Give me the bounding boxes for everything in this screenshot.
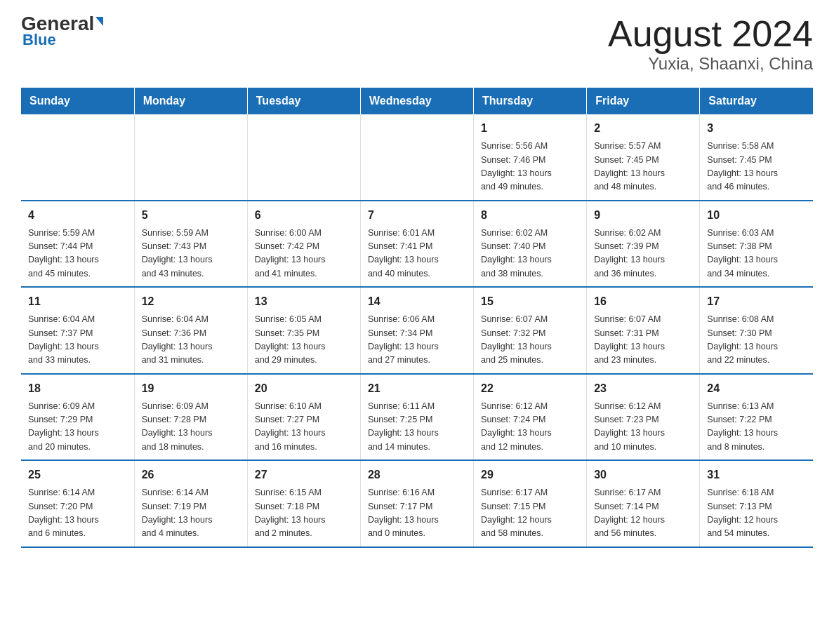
day-info: Sunrise: 6:05 AM Sunset: 7:35 PM Dayligh… — [255, 313, 353, 368]
calendar-cell: 14Sunrise: 6:06 AM Sunset: 7:34 PM Dayli… — [360, 287, 473, 374]
day-info: Sunrise: 6:02 AM Sunset: 7:40 PM Dayligh… — [481, 227, 579, 281]
day-info: Sunrise: 6:02 AM Sunset: 7:39 PM Dayligh… — [594, 227, 692, 281]
calendar-cell: 24Sunrise: 6:13 AM Sunset: 7:22 PM Dayli… — [700, 374, 813, 461]
col-monday: Monday — [134, 88, 247, 114]
calendar-week-3: 11Sunrise: 6:04 AM Sunset: 7:37 PM Dayli… — [21, 287, 813, 374]
calendar-cell: 4Sunrise: 5:59 AM Sunset: 7:44 PM Daylig… — [21, 201, 134, 288]
calendar-cell — [247, 114, 360, 201]
calendar-cell: 30Sunrise: 6:17 AM Sunset: 7:14 PM Dayli… — [587, 460, 700, 547]
day-number: 8 — [481, 207, 579, 224]
day-info: Sunrise: 6:08 AM Sunset: 7:30 PM Dayligh… — [707, 313, 806, 368]
calendar-cell: 6Sunrise: 6:00 AM Sunset: 7:42 PM Daylig… — [247, 201, 360, 288]
day-info: Sunrise: 6:04 AM Sunset: 7:37 PM Dayligh… — [28, 313, 127, 368]
day-number: 3 — [707, 120, 806, 137]
day-info: Sunrise: 5:58 AM Sunset: 7:45 PM Dayligh… — [707, 140, 806, 194]
day-number: 5 — [142, 207, 240, 224]
day-number: 28 — [368, 467, 466, 483]
day-number: 13 — [255, 293, 353, 310]
calendar-cell: 11Sunrise: 6:04 AM Sunset: 7:37 PM Dayli… — [21, 287, 134, 374]
calendar-cell: 8Sunrise: 6:02 AM Sunset: 7:40 PM Daylig… — [474, 201, 587, 288]
day-number: 1 — [481, 120, 579, 137]
calendar-cell: 27Sunrise: 6:15 AM Sunset: 7:18 PM Dayli… — [247, 460, 360, 547]
calendar-cell: 29Sunrise: 6:17 AM Sunset: 7:15 PM Dayli… — [474, 460, 587, 547]
day-info: Sunrise: 5:59 AM Sunset: 7:44 PM Dayligh… — [28, 227, 127, 281]
calendar-cell: 22Sunrise: 6:12 AM Sunset: 7:24 PM Dayli… — [474, 374, 587, 461]
day-number: 21 — [368, 380, 466, 397]
calendar-cell: 1Sunrise: 5:56 AM Sunset: 7:46 PM Daylig… — [474, 114, 587, 201]
calendar-cell: 21Sunrise: 6:11 AM Sunset: 7:25 PM Dayli… — [360, 374, 473, 461]
day-info: Sunrise: 6:01 AM Sunset: 7:41 PM Dayligh… — [368, 227, 466, 281]
day-number: 25 — [28, 467, 127, 483]
calendar-cell: 7Sunrise: 6:01 AM Sunset: 7:41 PM Daylig… — [360, 201, 473, 288]
col-tuesday: Tuesday — [247, 88, 360, 114]
day-number: 9 — [594, 207, 692, 224]
calendar-cell: 3Sunrise: 5:58 AM Sunset: 7:45 PM Daylig… — [700, 114, 813, 201]
day-number: 31 — [707, 467, 806, 483]
day-number: 18 — [28, 380, 127, 397]
calendar-cell: 9Sunrise: 6:02 AM Sunset: 7:39 PM Daylig… — [587, 201, 700, 288]
day-info: Sunrise: 6:15 AM Sunset: 7:18 PM Dayligh… — [255, 486, 353, 541]
calendar-cell: 15Sunrise: 6:07 AM Sunset: 7:32 PM Dayli… — [474, 287, 587, 374]
day-info: Sunrise: 6:18 AM Sunset: 7:13 PM Dayligh… — [707, 486, 806, 541]
calendar-cell: 12Sunrise: 6:04 AM Sunset: 7:36 PM Dayli… — [134, 287, 247, 374]
calendar-cell — [134, 114, 247, 201]
day-number: 12 — [142, 293, 240, 310]
col-sunday: Sunday — [21, 88, 134, 114]
day-number: 17 — [707, 293, 806, 310]
calendar-cell: 25Sunrise: 6:14 AM Sunset: 7:20 PM Dayli… — [21, 460, 134, 547]
calendar-cell: 18Sunrise: 6:09 AM Sunset: 7:29 PM Dayli… — [21, 374, 134, 461]
calendar-cell: 20Sunrise: 6:10 AM Sunset: 7:27 PM Dayli… — [247, 374, 360, 461]
day-number: 22 — [481, 380, 579, 397]
day-info: Sunrise: 6:06 AM Sunset: 7:34 PM Dayligh… — [368, 313, 466, 368]
calendar-week-1: 1Sunrise: 5:56 AM Sunset: 7:46 PM Daylig… — [21, 114, 813, 201]
day-info: Sunrise: 6:17 AM Sunset: 7:15 PM Dayligh… — [481, 486, 579, 541]
day-info: Sunrise: 5:59 AM Sunset: 7:43 PM Dayligh… — [142, 227, 240, 281]
calendar-week-2: 4Sunrise: 5:59 AM Sunset: 7:44 PM Daylig… — [21, 201, 813, 288]
page-header: General Blue August 2024 Yuxia, Shaanxi,… — [21, 14, 813, 74]
header-row: Sunday Monday Tuesday Wednesday Thursday… — [21, 88, 813, 114]
col-thursday: Thursday — [474, 88, 587, 114]
day-info: Sunrise: 6:10 AM Sunset: 7:27 PM Dayligh… — [255, 400, 353, 455]
day-info: Sunrise: 6:07 AM Sunset: 7:32 PM Dayligh… — [481, 313, 579, 368]
calendar-cell: 5Sunrise: 5:59 AM Sunset: 7:43 PM Daylig… — [134, 201, 247, 288]
col-friday: Friday — [587, 88, 700, 114]
day-number: 30 — [594, 467, 692, 483]
day-number: 20 — [255, 380, 353, 397]
location-title: Yuxia, Shaanxi, China — [608, 54, 813, 74]
day-info: Sunrise: 6:07 AM Sunset: 7:31 PM Dayligh… — [594, 313, 692, 368]
day-number: 7 — [368, 207, 466, 224]
logo-blue: Blue — [21, 31, 103, 49]
day-info: Sunrise: 6:17 AM Sunset: 7:14 PM Dayligh… — [594, 486, 692, 541]
calendar-cell: 28Sunrise: 6:16 AM Sunset: 7:17 PM Dayli… — [360, 460, 473, 547]
day-number: 27 — [255, 467, 353, 483]
day-info: Sunrise: 6:04 AM Sunset: 7:36 PM Dayligh… — [142, 313, 240, 368]
day-number: 24 — [707, 380, 806, 397]
day-number: 14 — [368, 293, 466, 310]
logo: General Blue — [21, 14, 103, 49]
day-number: 23 — [594, 380, 692, 397]
calendar-cell: 23Sunrise: 6:12 AM Sunset: 7:23 PM Dayli… — [587, 374, 700, 461]
day-number: 29 — [481, 467, 579, 483]
day-number: 2 — [594, 120, 692, 137]
month-title: August 2024 — [608, 14, 813, 54]
day-info: Sunrise: 6:03 AM Sunset: 7:38 PM Dayligh… — [707, 227, 806, 281]
day-number: 11 — [28, 293, 127, 310]
day-info: Sunrise: 6:12 AM Sunset: 7:24 PM Dayligh… — [481, 400, 579, 455]
day-info: Sunrise: 6:09 AM Sunset: 7:28 PM Dayligh… — [142, 400, 240, 455]
calendar-week-5: 25Sunrise: 6:14 AM Sunset: 7:20 PM Dayli… — [21, 460, 813, 547]
day-info: Sunrise: 6:12 AM Sunset: 7:23 PM Dayligh… — [594, 400, 692, 455]
calendar-week-4: 18Sunrise: 6:09 AM Sunset: 7:29 PM Dayli… — [21, 374, 813, 461]
day-info: Sunrise: 6:00 AM Sunset: 7:42 PM Dayligh… — [255, 227, 353, 281]
calendar-cell — [21, 114, 134, 201]
day-number: 10 — [707, 207, 806, 224]
calendar-cell — [360, 114, 473, 201]
calendar-cell: 16Sunrise: 6:07 AM Sunset: 7:31 PM Dayli… — [587, 287, 700, 374]
day-info: Sunrise: 5:56 AM Sunset: 7:46 PM Dayligh… — [481, 140, 579, 194]
title-block: August 2024 Yuxia, Shaanxi, China — [608, 14, 813, 74]
day-info: Sunrise: 6:13 AM Sunset: 7:22 PM Dayligh… — [707, 400, 806, 455]
calendar-cell: 19Sunrise: 6:09 AM Sunset: 7:28 PM Dayli… — [134, 374, 247, 461]
calendar-cell: 10Sunrise: 6:03 AM Sunset: 7:38 PM Dayli… — [700, 201, 813, 288]
day-info: Sunrise: 6:09 AM Sunset: 7:29 PM Dayligh… — [28, 400, 127, 455]
col-wednesday: Wednesday — [360, 88, 473, 114]
day-number: 19 — [142, 380, 240, 397]
